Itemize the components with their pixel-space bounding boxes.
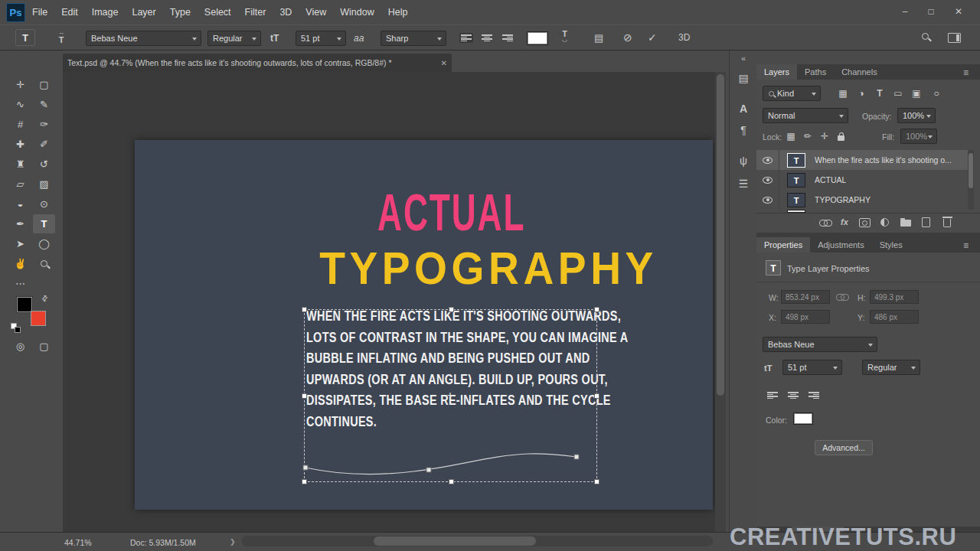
styles-panel-icon[interactable]: ψ — [730, 155, 757, 167]
layers-scrollbar[interactable] — [968, 150, 974, 210]
horizontal-scrollbar-thumb[interactable] — [374, 536, 536, 546]
width-field[interactable]: 853.24 px — [781, 290, 830, 304]
foreground-color-chip[interactable] — [17, 297, 32, 312]
layer-filter-kind-select[interactable]: Kind — [763, 86, 821, 101]
lock-position-icon[interactable]: ✛ — [818, 129, 831, 144]
tab-styles[interactable]: Styles — [872, 237, 910, 253]
link-dimensions-icon[interactable] — [836, 294, 848, 300]
y-field[interactable]: 486 px — [870, 310, 919, 324]
selection-handle[interactable] — [302, 307, 307, 312]
properties-font-style-select[interactable]: Regular — [862, 360, 920, 375]
blur-tool[interactable]: ◒ — [9, 194, 31, 214]
zoom-tool[interactable] — [33, 254, 55, 273]
menu-help[interactable]: Help — [381, 0, 415, 24]
menu-3d[interactable]: 3D — [273, 0, 299, 24]
document-canvas[interactable]: ACTUAL TYPOGRAPHY WHEN THE FIRE ACTS LIK… — [135, 140, 713, 510]
lock-paint-icon[interactable]: ✏ — [801, 129, 815, 144]
background-color-chip[interactable] — [31, 311, 46, 326]
history-brush-tool[interactable]: ↺ — [33, 155, 55, 174]
advanced-button[interactable]: Advanced... — [815, 440, 873, 455]
align-right-button[interactable] — [501, 33, 514, 43]
dock-collapse-icon[interactable]: « — [730, 54, 757, 63]
lasso-tool[interactable]: ∿ — [9, 95, 31, 114]
layer-visibility-toggle[interactable] — [756, 170, 779, 190]
swap-colors-icon[interactable]: ⇄ — [39, 293, 50, 304]
new-group-icon[interactable] — [900, 220, 911, 227]
minimize-button[interactable]: – — [894, 0, 916, 24]
selection-handle[interactable] — [594, 479, 599, 484]
horizontal-scrollbar[interactable] — [242, 536, 713, 546]
properties-font-size-select[interactable]: 51 pt — [782, 360, 842, 375]
layer-name[interactable]: ACTUAL — [815, 175, 846, 184]
close-button[interactable]: ✕ — [948, 0, 969, 24]
tab-channels[interactable]: Channels — [834, 64, 884, 80]
selection-handle[interactable] — [594, 307, 599, 312]
type-tool-preset-icon[interactable]: T — [15, 29, 35, 46]
lock-all-icon[interactable] — [838, 135, 844, 141]
properties-align-right-button[interactable] — [807, 390, 821, 400]
menu-type[interactable]: Type — [163, 0, 198, 24]
filter-type-icon[interactable]: T — [871, 86, 888, 101]
lock-transparency-icon[interactable]: ▦ — [784, 129, 798, 144]
quick-selection-tool[interactable]: ✎ — [33, 95, 55, 114]
properties-text-color-swatch[interactable] — [793, 412, 813, 425]
vertical-scrollbar-thumb[interactable] — [717, 74, 724, 396]
menu-filter[interactable]: Filter — [238, 0, 273, 24]
menu-select[interactable]: Select — [198, 0, 238, 24]
tab-paths[interactable]: Paths — [797, 64, 834, 80]
adjustments-panel-icon[interactable]: ☰ — [730, 178, 757, 190]
3d-button[interactable]: 3D — [678, 32, 690, 43]
crop-tool[interactable]: # — [9, 115, 31, 134]
eraser-tool[interactable]: ▱ — [9, 174, 31, 194]
font-size-select[interactable]: 51 pt — [296, 31, 346, 46]
layer-style-icon[interactable]: fx — [841, 217, 848, 227]
add-mask-icon[interactable] — [859, 218, 871, 227]
text-path-curve[interactable] — [302, 450, 582, 484]
cancel-edits-icon[interactable]: ⊘ — [623, 31, 632, 44]
shape-tool[interactable]: ◯ — [33, 234, 55, 253]
filter-shape-icon[interactable]: ▭ — [890, 86, 906, 101]
align-center-button[interactable] — [480, 33, 494, 43]
selection-handle[interactable] — [449, 307, 454, 312]
marquee-tool[interactable]: ▢ — [33, 75, 55, 94]
menu-view[interactable]: View — [299, 0, 333, 24]
selection-handle[interactable] — [302, 393, 307, 399]
layer-thumbnail[interactable]: T — [787, 173, 805, 187]
align-left-button[interactable] — [459, 33, 473, 43]
menu-image[interactable]: Image — [85, 0, 126, 24]
new-layer-icon[interactable] — [922, 217, 930, 227]
layer-name[interactable]: When the fire acts like it's shooting o.… — [815, 155, 952, 165]
selection-handle[interactable] — [594, 393, 599, 399]
brushes-panel-icon[interactable]: ▤ — [730, 72, 757, 84]
clone-stamp-tool[interactable]: ♜ — [9, 155, 31, 174]
filter-adjustment-icon[interactable]: ◑ — [853, 86, 870, 101]
status-expand-icon[interactable]: ❯ — [230, 538, 236, 546]
document-tab[interactable]: Text.psd @ 44.7% (When the fire acts lik… — [63, 54, 452, 72]
layers-panel-menu-icon[interactable]: ≡ — [963, 67, 969, 78]
filter-image-icon[interactable]: ▦ — [835, 86, 851, 101]
menu-window[interactable]: Window — [333, 0, 381, 24]
menu-file[interactable]: File — [25, 0, 54, 24]
properties-align-left-button[interactable] — [766, 390, 779, 400]
layer-visibility-toggle[interactable] — [756, 190, 779, 210]
workspace-switcher-icon[interactable] — [948, 33, 961, 43]
document-tab-close-icon[interactable]: ✕ — [441, 59, 447, 67]
gradient-tool[interactable]: ▨ — [33, 174, 55, 194]
filter-smart-object-icon[interactable]: ▣ — [908, 86, 925, 101]
type-tool[interactable]: T — [33, 214, 55, 233]
menu-layer[interactable]: Layer — [125, 0, 162, 24]
delete-layer-icon[interactable] — [943, 219, 951, 227]
maximize-button[interactable]: □ — [920, 0, 942, 24]
layer-thumbnail[interactable]: T — [787, 153, 805, 168]
properties-align-center-button[interactable] — [786, 390, 800, 400]
brush-tool[interactable]: ✐ — [33, 135, 55, 154]
tab-adjustments[interactable]: Adjustments — [810, 237, 872, 253]
paragraph-panel-icon[interactable]: ¶ — [730, 124, 757, 136]
warp-text-icon[interactable]: T ◡ — [562, 30, 567, 43]
commit-edits-icon[interactable]: ✓ — [648, 31, 657, 44]
text-color-swatch[interactable] — [527, 31, 548, 45]
vertical-scrollbar[interactable] — [715, 72, 726, 532]
pen-tool[interactable]: ✒ — [9, 214, 31, 233]
font-family-select[interactable]: Bebas Neue — [86, 31, 201, 46]
opacity-select[interactable]: 100% — [897, 108, 936, 123]
